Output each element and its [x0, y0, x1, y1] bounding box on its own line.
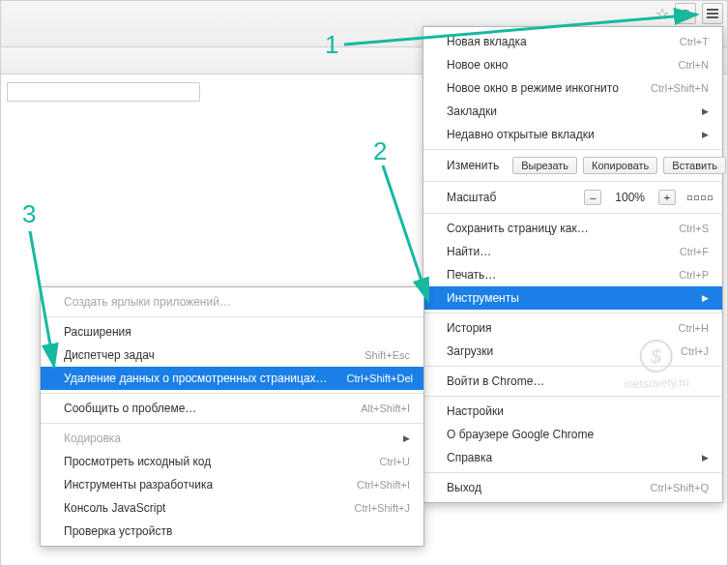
menu-label: Диспетчер задач	[64, 348, 345, 362]
menu-shortcut: Ctrl+S	[679, 223, 709, 234]
page-icon[interactable]: ◐	[675, 3, 696, 24]
menu-separator	[423, 149, 722, 150]
menu-label: Кодировка	[64, 432, 384, 445]
submenu-clear-browsing-data[interactable]: Удаление данных о просмотренных страница…	[41, 367, 423, 390]
zoom-value: 100%	[607, 189, 653, 206]
menu-bookmarks[interactable]: Закладки ▶	[423, 100, 722, 123]
submenu-create-shortcuts[interactable]: Создать ярлыки приложений…	[41, 290, 423, 313]
menu-separator	[423, 472, 722, 473]
submenu-view-source[interactable]: Просмотреть исходный код Ctrl+U	[41, 450, 423, 473]
menu-label: История	[447, 321, 659, 335]
chevron-right-icon: ▶	[403, 433, 410, 443]
menu-label: Справка	[447, 451, 683, 464]
menu-label: Найти…	[447, 245, 660, 258]
menu-history[interactable]: История Ctrl+H	[423, 316, 722, 340]
annotation-2: 2	[373, 136, 387, 166]
submenu-inspect-devices[interactable]: Проверка устройств	[41, 520, 423, 543]
menu-shortcut: Shift+Esc	[364, 349, 410, 361]
menu-shortcut: Ctrl+P	[679, 269, 709, 281]
menu-sign-in[interactable]: Войти в Chrome…	[423, 370, 722, 393]
submenu-extensions[interactable]: Расширения	[41, 320, 423, 343]
zoom-label: Масштаб	[447, 191, 496, 204]
menu-downloads[interactable]: Загрузки Ctrl+J	[423, 340, 722, 363]
annotation-1: 1	[325, 30, 338, 60]
chevron-right-icon: ▶	[702, 453, 709, 462]
submenu-dev-tools[interactable]: Инструменты разработчика Ctrl+Shift+I	[41, 473, 423, 496]
menu-settings[interactable]: Настройки	[423, 400, 722, 423]
chevron-right-icon: ▶	[702, 293, 709, 303]
menu-label: Консоль JavaScript	[64, 501, 335, 515]
menu-label: Сохранить страницу как…	[447, 222, 659, 235]
zoom-in-button[interactable]: +	[658, 190, 676, 205]
menu-separator	[41, 316, 423, 317]
tools-submenu: Создать ярлыки приложений… Расширения Ди…	[40, 286, 424, 547]
menu-shortcut: Ctrl+T	[680, 36, 709, 47]
menu-edit-row: Изменить Вырезать Копировать Вставить	[423, 153, 722, 178]
menu-label: Новое окно	[447, 58, 659, 72]
menu-label: Просмотреть исходный код	[64, 455, 361, 468]
url-input[interactable]	[7, 82, 200, 102]
menu-label: Новое окно в режиме инкогнито	[447, 81, 631, 95]
menu-shortcut: Ctrl+Shift+J	[355, 502, 410, 514]
menu-label: Новая вкладка	[447, 35, 660, 48]
menu-shortcut: Ctrl+N	[679, 59, 709, 71]
menu-shortcut: Ctrl+Shift+I	[357, 479, 410, 491]
menu-label: Инструменты разработчика	[64, 478, 337, 492]
menu-separator	[423, 366, 722, 367]
chevron-right-icon: ▶	[702, 130, 709, 139]
menu-shortcut: Ctrl+Shift+N	[651, 82, 709, 94]
menu-label: Сообщить о проблеме…	[64, 402, 341, 415]
edit-label: Изменить	[447, 159, 499, 172]
paste-button[interactable]: Вставить	[663, 157, 726, 174]
menu-print[interactable]: Печать… Ctrl+P	[423, 263, 722, 286]
copy-button[interactable]: Копировать	[583, 157, 657, 174]
menu-help[interactable]: Справка ▶	[423, 446, 722, 469]
fullscreen-button[interactable]	[687, 195, 713, 200]
menu-shortcut: Ctrl+F	[680, 246, 709, 257]
menu-separator	[41, 393, 423, 394]
annotation-3: 3	[22, 199, 36, 229]
menu-about[interactable]: О браузере Google Chrome	[423, 423, 722, 446]
menu-label: Создать ярлыки приложений…	[64, 295, 410, 309]
zoom-out-button[interactable]: –	[584, 190, 601, 205]
menu-separator	[423, 396, 722, 397]
menu-separator	[423, 181, 722, 182]
menu-shortcut: Ctrl+U	[380, 456, 410, 467]
menu-new-tab[interactable]: Новая вкладка Ctrl+T	[423, 30, 722, 53]
menu-label: Выход	[447, 481, 630, 494]
menu-find[interactable]: Найти… Ctrl+F	[423, 240, 722, 263]
menu-new-window[interactable]: Новое окно Ctrl+N	[423, 53, 722, 76]
menu-shortcut: Ctrl+Shift+Del	[347, 372, 413, 384]
menu-incognito[interactable]: Новое окно в режиме инкогнито Ctrl+Shift…	[423, 76, 722, 100]
menu-label: Печать…	[447, 268, 659, 282]
menu-shortcut: Ctrl+J	[681, 345, 709, 357]
menu-label: Закладки	[447, 104, 683, 118]
menu-label: О браузере Google Chrome	[447, 428, 709, 441]
submenu-task-manager[interactable]: Диспетчер задач Shift+Esc	[41, 343, 423, 367]
submenu-js-console[interactable]: Консоль JavaScript Ctrl+Shift+J	[41, 496, 423, 520]
bookmark-star-icon[interactable]: ☆	[655, 5, 669, 23]
chevron-right-icon: ▶	[702, 106, 709, 116]
menu-label: Войти в Chrome…	[447, 374, 709, 388]
menu-exit[interactable]: Выход Ctrl+Shift+Q	[423, 476, 722, 499]
menu-separator	[423, 313, 722, 313]
menu-shortcut: Ctrl+Shift+Q	[650, 482, 709, 493]
menu-label: Проверка устройств	[64, 524, 410, 538]
cut-button[interactable]: Вырезать	[512, 157, 577, 174]
menu-button[interactable]	[702, 3, 723, 24]
menu-label: Настройки	[447, 404, 709, 418]
menu-separator	[41, 423, 423, 424]
menu-shortcut: Ctrl+H	[679, 322, 709, 334]
menu-save-page[interactable]: Сохранить страницу как… Ctrl+S	[423, 217, 722, 240]
menu-recent-tabs[interactable]: Недавно открытые вкладки ▶	[423, 123, 722, 146]
submenu-encoding[interactable]: Кодировка ▶	[41, 427, 423, 450]
submenu-report-issue[interactable]: Сообщить о проблеме… Alt+Shift+I	[41, 397, 423, 420]
menu-label: Загрузки	[447, 344, 661, 358]
menu-label: Недавно открытые вкладки	[447, 128, 683, 141]
menu-separator	[423, 213, 722, 214]
menu-shortcut: Alt+Shift+I	[361, 402, 410, 414]
menu-label: Расширения	[64, 325, 410, 339]
chrome-main-menu: Новая вкладка Ctrl+T Новое окно Ctrl+N Н…	[422, 26, 723, 503]
menu-tools[interactable]: Инструменты ▶	[423, 286, 722, 310]
menu-zoom-row: Масштаб – 100% +	[423, 185, 722, 210]
